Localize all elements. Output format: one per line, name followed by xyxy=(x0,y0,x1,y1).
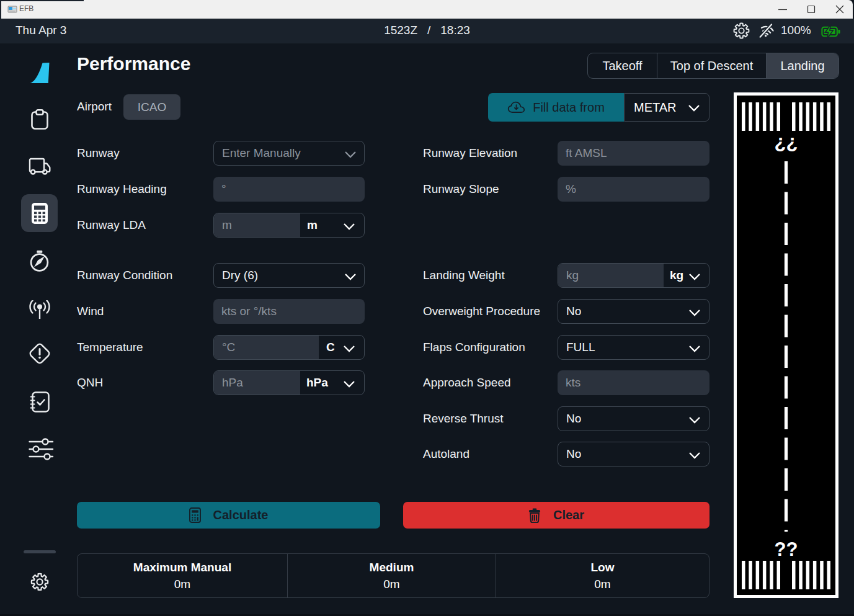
svg-text:??: ?? xyxy=(775,538,798,560)
svg-text:¿¿: ¿¿ xyxy=(775,131,798,153)
